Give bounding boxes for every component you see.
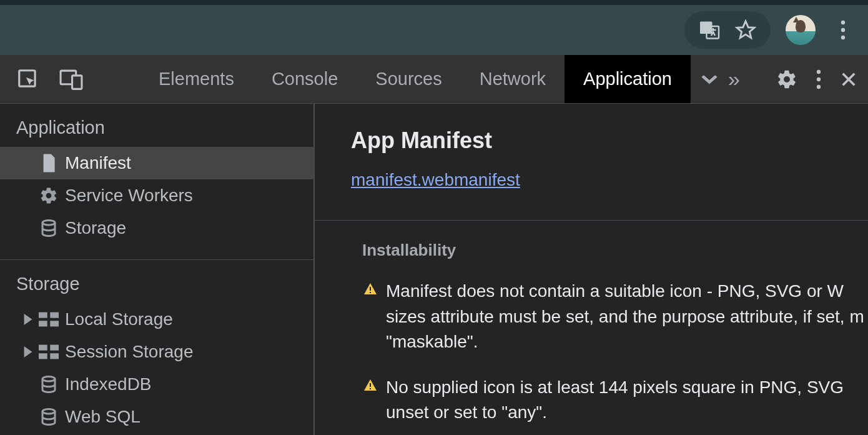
sidebar-item-label: Session Storage — [65, 342, 193, 362]
tab-label: Elements — [159, 69, 234, 89]
section-header-storage: Storage — [0, 260, 313, 303]
svg-point-10 — [817, 69, 821, 73]
svg-rect-25 — [370, 292, 371, 293]
svg-point-23 — [42, 409, 55, 414]
manifest-link[interactable]: manifest.webmanifest — [351, 170, 520, 190]
sidebar-item-storage[interactable]: Storage — [0, 212, 313, 244]
tab-console[interactable]: Console — [253, 55, 357, 103]
kebab-menu-icon[interactable] — [816, 69, 821, 89]
table-icon — [35, 312, 62, 327]
sidebar-item-manifest[interactable]: Manifest — [0, 147, 313, 179]
browser-menu-icon[interactable] — [831, 18, 856, 42]
more-tabs-chevrons-icon[interactable]: » — [728, 55, 740, 103]
svg-point-12 — [817, 84, 821, 88]
svg-point-6 — [841, 36, 845, 39]
sidebar-item-label: Web SQL — [65, 407, 141, 427]
svg-point-22 — [42, 377, 55, 382]
svg-rect-20 — [39, 353, 47, 359]
svg-marker-3 — [737, 21, 754, 38]
device-toggle-icon[interactable] — [59, 68, 84, 91]
sidebar-item-session-storage[interactable]: Session Storage — [0, 336, 313, 368]
svg-rect-27 — [370, 388, 371, 389]
svg-rect-19 — [50, 345, 59, 351]
svg-point-13 — [42, 221, 55, 226]
svg-rect-26 — [370, 383, 371, 387]
chevron-right-icon — [21, 346, 35, 358]
database-icon — [35, 408, 62, 426]
star-icon[interactable] — [733, 18, 758, 42]
tab-label: Console — [272, 69, 338, 89]
svg-rect-14 — [39, 312, 47, 318]
tab-network[interactable]: Network — [461, 55, 565, 103]
tab-label: Network — [480, 69, 546, 89]
tab-label: Sources — [375, 69, 441, 89]
file-icon — [35, 154, 62, 172]
installability-heading: Installability — [362, 241, 868, 260]
table-icon — [35, 344, 62, 359]
svg-rect-9 — [72, 75, 82, 89]
sidebar-item-local-storage[interactable]: Local Storage — [0, 303, 313, 336]
tab-elements[interactable]: Elements — [140, 55, 253, 103]
close-icon[interactable] — [840, 71, 857, 88]
sidebar-item-label: Storage — [65, 218, 126, 238]
page-title: App Manifest — [351, 128, 868, 154]
warning-icon — [362, 378, 378, 393]
chevron-right-icon — [21, 314, 35, 325]
tab-application[interactable]: Application — [565, 55, 691, 103]
avatar[interactable] — [786, 15, 816, 45]
database-icon — [35, 219, 62, 238]
sidebar-item-indexeddb[interactable]: IndexedDB — [0, 368, 313, 401]
gear-icon — [35, 186, 62, 205]
warning-text: Manifest does not contain a suitable ico… — [386, 279, 866, 355]
svg-rect-16 — [39, 321, 47, 326]
database-icon — [35, 375, 62, 394]
sidebar-item-service-workers[interactable]: Service Workers — [0, 179, 313, 212]
more-tabs-icon[interactable]: » — [691, 55, 728, 103]
warning-icon — [362, 282, 378, 297]
translate-icon[interactable]: G — [697, 18, 722, 42]
settings-icon[interactable] — [776, 69, 797, 90]
sidebar-item-websql[interactable]: Web SQL — [0, 401, 313, 433]
svg-rect-24 — [370, 287, 371, 291]
svg-rect-17 — [50, 321, 59, 326]
sidebar-item-label: Service Workers — [65, 186, 193, 206]
svg-rect-21 — [50, 353, 59, 359]
sidebar-item-label: Manifest — [65, 153, 131, 173]
svg-point-4 — [841, 21, 845, 24]
svg-point-5 — [841, 28, 845, 32]
section-header-application: Application — [0, 104, 313, 147]
svg-rect-15 — [50, 312, 59, 318]
warning-text: No supplied icon is at least 144 pixels … — [386, 375, 866, 426]
svg-rect-18 — [39, 345, 47, 351]
sidebar-item-label: IndexedDB — [65, 374, 152, 394]
inspect-icon[interactable] — [16, 68, 40, 91]
svg-point-11 — [817, 77, 821, 81]
tab-sources[interactable]: Sources — [357, 55, 460, 103]
tab-label: Application — [583, 69, 672, 89]
sidebar-item-label: Local Storage — [65, 309, 173, 329]
